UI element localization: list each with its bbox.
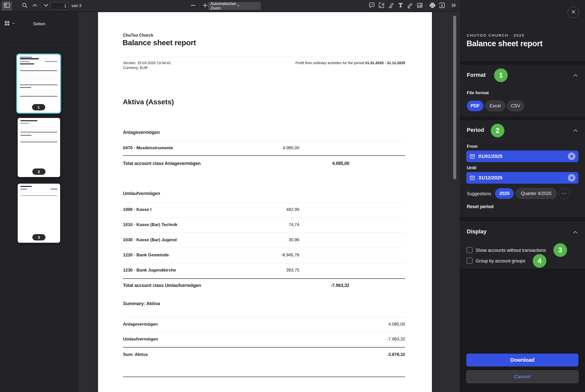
document-viewer: ChuToo Church Balance sheet report Versi… (78, 12, 460, 392)
suggestion-year-pill[interactable]: 2025 (495, 188, 514, 199)
table-border (123, 317, 405, 317)
table-row: 1000 · Kasse I 482,99 (123, 207, 405, 212)
calendar-icon (469, 153, 475, 159)
summary-sum-row: Sum: Aktiva -3.878,32 (123, 352, 405, 357)
document-org: ChuToo Church (123, 33, 153, 38)
text-tool-button[interactable]: T (396, 1, 406, 11)
printer-icon (429, 2, 436, 10)
zoom-out-button[interactable] (188, 1, 198, 11)
group-by-account-groups-label[interactable]: Group by account groups (476, 258, 525, 264)
draw-tool-button[interactable] (405, 1, 415, 11)
zoom-level-dropdown[interactable]: Automatischer Zoom (208, 2, 261, 10)
calendar-icon (469, 175, 475, 181)
summary-row: Anlagevermögen 4.085,00 (123, 322, 405, 327)
toolbar-divider (199, 3, 199, 9)
page-number-badge: 3 (32, 234, 45, 240)
thumbnail-preview (20, 186, 57, 196)
divider (123, 57, 405, 57)
until-date-input[interactable]: 31/12/2025 (466, 172, 578, 184)
highlight-tool-button[interactable] (386, 1, 396, 11)
clear-icon (570, 155, 573, 158)
show-accounts-label[interactable]: Show accounts without transactions (476, 248, 546, 253)
next-page-button[interactable] (41, 1, 51, 11)
document-currency: Currency: EUR (123, 65, 148, 70)
suggestion-quarter-pill[interactable]: Quarter 4/2025 (516, 188, 557, 199)
print-button[interactable] (427, 1, 437, 11)
chevron-down-icon (236, 4, 258, 9)
image-tool-button[interactable] (415, 1, 425, 11)
step-badge-1: 1 (494, 68, 508, 82)
text-tool-icon: T (397, 2, 404, 10)
file-format-csv-option[interactable]: CSV (507, 101, 524, 111)
thumbnail-preview (20, 120, 57, 142)
sidebar-title: Seiten (0, 21, 78, 27)
ellipsis-icon: ··· (562, 191, 567, 196)
thumbnail-preview (20, 57, 57, 96)
table-total-row: Total account class Anlagevermögen 4.085… (123, 161, 405, 166)
comment-icon (368, 2, 375, 10)
vertical-scrollbar[interactable] (453, 16, 456, 179)
table-border (123, 203, 405, 203)
section-gap (460, 61, 585, 65)
sidebar-toggle-icon (3, 2, 10, 10)
section-gap (460, 116, 585, 121)
page-thumbnail-2[interactable]: 2 (18, 118, 60, 177)
panel-title: Balance sheet report (467, 39, 543, 48)
group-name: Anlagevermögen (123, 130, 160, 135)
save-button[interactable] (437, 1, 447, 11)
close-panel-button[interactable] (568, 7, 579, 18)
table-border (123, 217, 405, 218)
search-button[interactable] (20, 1, 30, 11)
close-icon (571, 9, 576, 15)
table-border (123, 233, 405, 233)
plus-icon (202, 2, 209, 10)
profit-period-line: Profit from ordinary activities for the … (296, 61, 405, 65)
double-chevron-right-icon (450, 2, 457, 10)
chevron-down-icon (42, 2, 50, 10)
page-thumbnail-1[interactable]: 1 (16, 54, 61, 114)
chevron-up-icon (572, 130, 578, 134)
toolbar-divider (426, 3, 426, 9)
search-icon (21, 2, 28, 10)
from-date-input[interactable]: 01/01/2025 (466, 151, 578, 162)
download-button[interactable]: Download (466, 354, 578, 366)
chevron-up-icon (31, 2, 38, 10)
chevron-up-icon (572, 75, 578, 79)
zoom-level-value: Automatischer Zoom (210, 2, 236, 11)
clear-icon (570, 176, 573, 179)
page-number-badge: 2 (32, 168, 45, 175)
collapse-format-button[interactable] (572, 72, 578, 79)
display-section-header[interactable]: Display (467, 228, 486, 235)
collapse-period-button[interactable] (572, 128, 578, 134)
signature-tool-button[interactable] (376, 1, 386, 11)
table-row: 0470 · Musikinstrumente 4.085,00 (123, 145, 405, 151)
toggle-sidebar-button[interactable] (2, 1, 12, 11)
file-format-pdf-option[interactable]: PDF (467, 101, 483, 111)
cancel-button[interactable]: Cancel (466, 370, 578, 383)
section-divider (460, 85, 585, 86)
profit-period-dates: 01.01.2025 - 31.12.2025 (365, 61, 405, 65)
format-section-header[interactable]: Format (467, 72, 486, 78)
from-date-value: 01/01/2025 (478, 154, 568, 159)
file-format-excel-option[interactable]: Excel (485, 101, 505, 111)
period-section-header[interactable]: Period (467, 127, 484, 133)
group-by-account-groups-checkbox[interactable] (467, 258, 473, 264)
show-accounts-checkbox[interactable] (467, 247, 473, 253)
collapse-display-button[interactable] (572, 229, 578, 235)
more-tools-button[interactable] (449, 1, 459, 11)
comment-tool-button[interactable] (367, 1, 377, 11)
page-number-input[interactable] (50, 2, 69, 10)
document-version: Version: 25.03.2026 13:04:42 (123, 61, 171, 65)
reset-period-link[interactable]: Reset period (467, 204, 494, 209)
signature-icon (378, 2, 385, 10)
previous-page-button[interactable] (30, 1, 40, 11)
table-border (123, 248, 405, 248)
pencil-icon (407, 2, 414, 10)
page-number-badge: 1 (32, 104, 45, 110)
page-thumbnail-3[interactable]: 3 (18, 184, 60, 243)
step-badge-4: 4 (533, 254, 546, 268)
clear-from-date-button[interactable] (568, 153, 575, 160)
clear-until-date-button[interactable] (568, 174, 575, 182)
more-suggestions-button[interactable]: ··· (559, 188, 570, 199)
from-label: From (467, 144, 478, 149)
